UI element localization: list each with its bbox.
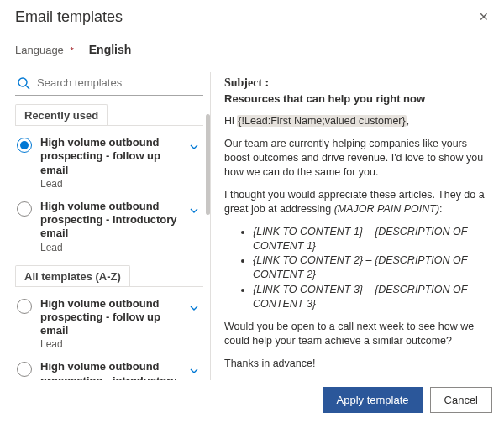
- language-row: Language * English: [15, 43, 492, 56]
- template-entity: Lead: [40, 178, 180, 190]
- language-label: Language: [15, 44, 64, 56]
- chevron-down-icon[interactable]: [188, 302, 200, 314]
- merge-field: {!Lead:First Name;valued customer}: [237, 115, 406, 127]
- close-icon: ✕: [479, 10, 489, 24]
- cancel-button[interactable]: Cancel: [430, 387, 492, 413]
- scrollbar-thumb[interactable]: [206, 114, 210, 215]
- language-value[interactable]: English: [89, 43, 132, 56]
- template-item[interactable]: High volume outbound prospecting - intro…: [15, 195, 203, 258]
- template-entity: Lead: [40, 242, 180, 253]
- template-item[interactable]: High volume outbound prospecting - follo…: [15, 131, 203, 195]
- body-paragraph: Thanks in advance!: [224, 357, 489, 371]
- list-item: {LINK TO CONTENT 3} – {DESCRIPTION OF CO…: [253, 283, 489, 311]
- radio-selected[interactable]: [17, 138, 32, 153]
- template-item[interactable]: High volume outbound prospecting - intro…: [15, 355, 203, 380]
- close-button[interactable]: ✕: [475, 8, 492, 25]
- template-name: High volume outbound prospecting - intro…: [40, 360, 180, 380]
- template-entity: Lead: [40, 338, 180, 350]
- subject-label: Subject :: [224, 76, 489, 91]
- subject-text: Resources that can help you right now: [224, 91, 489, 107]
- svg-point-0: [18, 78, 27, 86]
- template-name: High volume outbound prospecting - follo…: [40, 136, 180, 177]
- template-name: High volume outbound prospecting - follo…: [40, 297, 180, 338]
- divider: [15, 286, 203, 287]
- search-icon: [17, 76, 30, 90]
- radio-unselected[interactable]: [17, 201, 32, 217]
- chevron-down-icon[interactable]: [188, 141, 200, 153]
- chevron-down-icon[interactable]: [188, 365, 200, 377]
- group-all-header: All templates (A-Z): [15, 265, 130, 286]
- search-input[interactable]: [35, 76, 202, 90]
- divider: [15, 65, 492, 65]
- body-greeting: Hi {!Lead:First Name;valued customer},: [224, 114, 489, 128]
- template-list-panel: Recently used High volume outbound prosp…: [15, 72, 210, 380]
- radio-unselected[interactable]: [17, 299, 32, 314]
- radio-unselected[interactable]: [17, 362, 32, 377]
- body-paragraph: Our team are currently helping companies…: [224, 137, 489, 180]
- dialog-title: Email templates: [15, 8, 123, 26]
- template-name: High volume outbound prospecting - intro…: [40, 200, 180, 241]
- divider: [15, 125, 203, 126]
- content-link-list: {LINK TO CONTENT 1} – {DESCRIPTION OF CO…: [224, 225, 489, 311]
- list-item: {LINK TO CONTENT 2} – {DESCRIPTION OF CO…: [253, 253, 489, 282]
- body-paragraph: I thought you would appreciate these art…: [224, 188, 489, 217]
- preview-panel: Subject : Resources that can help you ri…: [210, 72, 492, 380]
- search-field[interactable]: [15, 72, 203, 96]
- group-recent-header: Recently used: [15, 104, 108, 125]
- svg-line-1: [26, 86, 29, 89]
- template-item[interactable]: High volume outbound prospecting - follo…: [15, 292, 203, 356]
- body-paragraph: Would you be open to a call next week to…: [224, 320, 489, 348]
- apply-template-button[interactable]: Apply template: [323, 387, 423, 413]
- scrollbar[interactable]: [206, 114, 210, 380]
- list-item: {LINK TO CONTENT 1} – {DESCRIPTION OF CO…: [253, 225, 489, 253]
- chevron-down-icon[interactable]: [188, 205, 200, 217]
- required-indicator: *: [70, 45, 73, 55]
